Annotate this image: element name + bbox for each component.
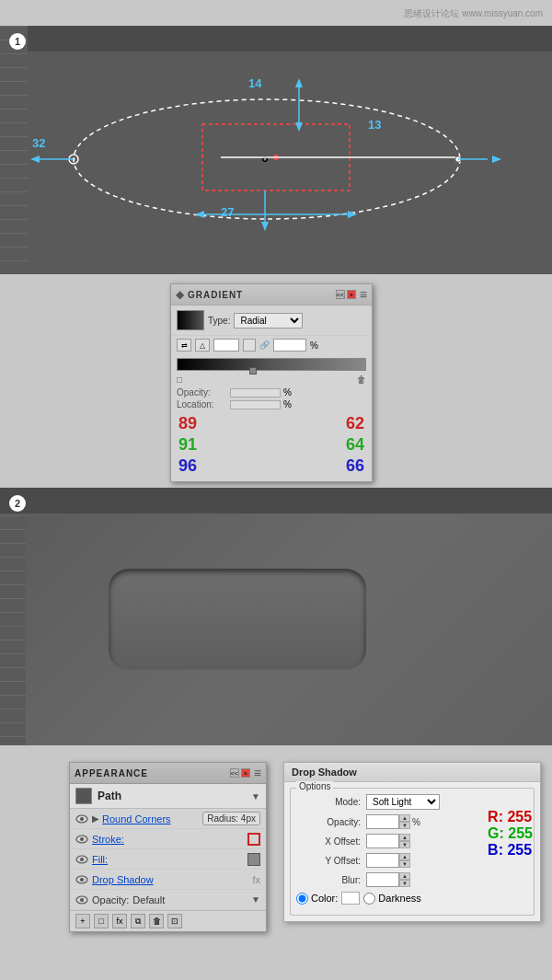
- y-offset-input[interactable]: 1 px: [366, 853, 399, 868]
- gradient-type-row: Type: Radial: [171, 306, 372, 336]
- svg-point-22: [80, 817, 84, 821]
- appearance-menu-icon[interactable]: ≡: [254, 766, 261, 780]
- clear-btn[interactable]: ⊡: [167, 914, 182, 928]
- collapse-button[interactable]: <<: [336, 290, 345, 299]
- add-rect-btn[interactable]: □: [94, 914, 109, 928]
- x-offset-label: X Offset:: [296, 836, 361, 847]
- blur-row: Blur: 0 px ▲ ▼: [296, 872, 528, 887]
- type-label: Type:: [208, 316, 230, 326]
- opacity-slider[interactable]: [230, 388, 281, 398]
- gradient-bar[interactable]: [177, 358, 366, 371]
- rgb-b-value: B: 255: [488, 842, 533, 859]
- opacity-up-btn[interactable]: ▲: [399, 814, 410, 822]
- fx-label: fx: [252, 874, 260, 885]
- scroll-arrow-icon[interactable]: ▼: [251, 791, 260, 801]
- svg-point-1: [69, 155, 78, 164]
- stroke-swatch[interactable]: [247, 833, 260, 846]
- stroke-label: Stroke:: [92, 834, 244, 845]
- eye-icon-2[interactable]: [75, 835, 88, 844]
- fill-swatch[interactable]: [247, 853, 260, 866]
- eye-icon-1[interactable]: [75, 814, 88, 824]
- gradient-title: GRADIENT: [188, 290, 243, 300]
- blue-value-1: 96: [178, 456, 197, 476]
- delete-btn[interactable]: 🗑: [149, 914, 164, 928]
- delete-stop-icon[interactable]: 🗑: [357, 375, 366, 385]
- opacity-row: Opacity: %: [171, 386, 372, 398]
- ruler-left-2: [0, 488, 26, 745]
- expand-icon-1[interactable]: ▶: [92, 813, 99, 824]
- gradient-type-select[interactable]: Radial: [234, 313, 303, 329]
- stroke-row: Stroke:: [70, 829, 266, 849]
- y-down-btn[interactable]: ▼: [399, 860, 410, 868]
- svg-point-5: [455, 156, 461, 162]
- fill-label: Fill:: [92, 854, 244, 865]
- y-offset-label: Y Offset:: [296, 856, 361, 866]
- path-swatch: [75, 788, 92, 804]
- gradient-tool-icon[interactable]: ⇄: [177, 339, 191, 352]
- mode-select[interactable]: Soft Light: [366, 794, 440, 810]
- panel-menu-icon[interactable]: ≡: [360, 287, 367, 302]
- step-label-1: 1: [9, 33, 26, 50]
- gradient-diamond-icon: ◆: [176, 288, 184, 301]
- gradient-location-input[interactable]: 33.49: [273, 339, 306, 352]
- dim-13: 13: [368, 118, 381, 132]
- svg-point-28: [80, 878, 84, 882]
- appearance-close-btn[interactable]: ×: [241, 768, 250, 778]
- gradient-bar-area: [171, 354, 372, 373]
- rounded-rect-shape: [109, 569, 366, 670]
- add-item-btn[interactable]: +: [75, 914, 90, 928]
- appearance-titlebar: APPEARANCE << × ≡: [70, 763, 266, 784]
- duplicate-btn[interactable]: ⧉: [131, 914, 145, 928]
- dim-32: 32: [32, 136, 45, 150]
- watermark-text: 思绪设计论坛 www.missyuan.com: [404, 8, 543, 18]
- gradient-titlebar: ◆ GRADIENT << × ≡: [171, 284, 372, 306]
- location-row: Location: %: [171, 398, 372, 410]
- blur-up-btn[interactable]: ▲: [399, 872, 410, 880]
- add-stop-icon[interactable]: □: [177, 375, 182, 385]
- green-value-1: 91: [178, 435, 197, 455]
- dim-14: 14: [248, 76, 261, 90]
- canvas-section-2: 2: [0, 488, 552, 745]
- x-offset-stepper[interactable]: ▲ ▼: [399, 834, 410, 848]
- location-slider[interactable]: [230, 400, 281, 409]
- gradient-swatch[interactable]: [177, 310, 204, 330]
- color-swatch[interactable]: [341, 892, 360, 905]
- blur-input[interactable]: 0 px: [366, 872, 399, 887]
- x-offset-input[interactable]: 0 px: [366, 834, 399, 848]
- close-button[interactable]: ×: [347, 290, 356, 299]
- ds-opacity-stepper[interactable]: ▲ ▼: [399, 814, 410, 829]
- blur-stepper[interactable]: ▲ ▼: [399, 872, 410, 887]
- gradient-angle-icon[interactable]: △: [195, 339, 210, 352]
- color-radio[interactable]: [296, 893, 308, 905]
- appearance-panel: APPEARANCE << × ≡ Path ▼ ▶ Round Corners…: [69, 762, 267, 932]
- eye-icon-5[interactable]: [75, 895, 88, 905]
- path-row: Path ▼: [70, 784, 266, 809]
- scroll-down-icon[interactable]: ▼: [251, 894, 260, 905]
- gradient-stop[interactable]: [249, 367, 257, 375]
- blur-label: Blur:: [296, 875, 361, 885]
- ruler-top-2: [0, 488, 552, 513]
- round-corners-label[interactable]: Round Corners: [102, 813, 202, 824]
- y-up-btn[interactable]: ▲: [399, 853, 410, 860]
- gradient-angle-input[interactable]: 0: [213, 339, 239, 352]
- green-value-2: 64: [346, 435, 364, 455]
- appearance-collapse-btn[interactable]: <<: [230, 768, 239, 778]
- eye-icon-3[interactable]: [75, 855, 88, 864]
- drop-shadow-titlebar: Drop Shadow: [284, 763, 540, 782]
- eye-icon-4[interactable]: [75, 875, 88, 884]
- y-offset-stepper[interactable]: ▲ ▼: [399, 853, 410, 868]
- fill-row: Fill:: [70, 849, 266, 870]
- mode-row: Mode: Soft Light: [296, 794, 528, 810]
- ds-opacity-input[interactable]: 50: [366, 814, 399, 829]
- svg-point-4: [264, 158, 267, 161]
- blur-down-btn[interactable]: ▼: [399, 880, 410, 887]
- x-down-btn[interactable]: ▼: [399, 841, 410, 848]
- opacity-down-btn[interactable]: ▼: [399, 822, 410, 829]
- darkness-radio[interactable]: [363, 893, 375, 905]
- add-fx-btn[interactable]: fx: [112, 914, 127, 928]
- svg-point-7: [273, 155, 279, 160]
- canvas-svg: [28, 67, 506, 233]
- drop-shadow-label[interactable]: Drop Shadow: [92, 874, 248, 885]
- x-up-btn[interactable]: ▲: [399, 834, 410, 841]
- aspect-ratio-icon[interactable]: [243, 339, 256, 352]
